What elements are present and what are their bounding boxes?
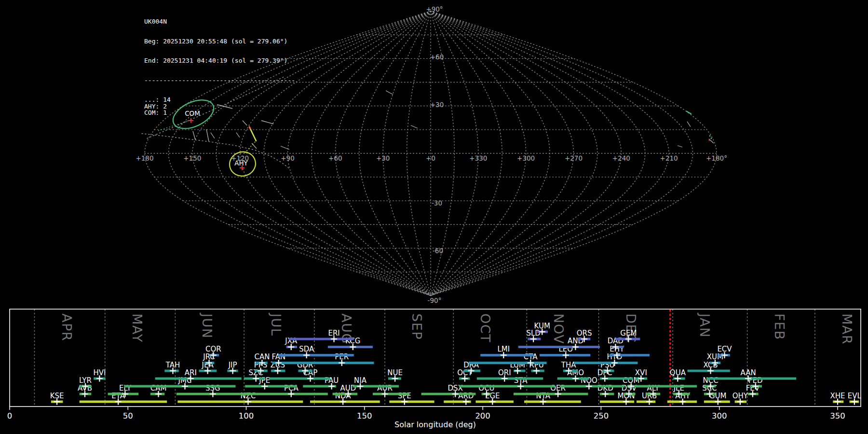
shower-code-label: OER [550, 384, 566, 393]
activity-bar [245, 385, 297, 388]
x-axis-title: Solar longitude (deg) [394, 420, 476, 429]
radiant-label: AHY [234, 159, 248, 167]
month-label: MAR [840, 313, 854, 345]
axis-tick-label: 150 [357, 411, 372, 420]
axis-tick-label: 350 [830, 411, 845, 420]
activity-bar [524, 401, 581, 403]
shower-code-label: ARD [458, 392, 474, 400]
shower-code-label: GEM [620, 329, 637, 338]
lon-label: +30 [376, 154, 390, 162]
lon-label: +180° [706, 154, 727, 162]
shower-code-label: NOO [581, 376, 597, 385]
activity-bar [282, 362, 374, 364]
shower-code-label: XVI [635, 368, 647, 377]
count-line: COM: 1 [144, 109, 295, 116]
shower-code-label: AUR [377, 384, 393, 393]
shower-code-label: AMO [567, 368, 584, 377]
shower-code-label: LMI [497, 345, 510, 353]
month-label: JUN [200, 312, 215, 339]
activity-bar [177, 401, 303, 403]
info-panel: UK004N Beg: 20251230 20:55:48 (sol = 279… [144, 5, 295, 109]
shower-code-label: JPE [258, 376, 270, 385]
meteor-trail [261, 121, 273, 124]
shower-code-label: JIP [228, 361, 237, 369]
shower-xhe: XHE [830, 392, 845, 405]
shower-jip: JIP [227, 361, 238, 374]
shower-code-label: DPC [597, 368, 612, 377]
axis-tick-label: 200 [475, 411, 490, 420]
shower-code-label: STA [514, 376, 528, 385]
shower-code-label: ETA [111, 392, 125, 400]
axis-tick-label: 250 [594, 411, 609, 420]
separator-line: ---------------------------------------- [144, 77, 295, 84]
lon-label: +270 [565, 154, 583, 162]
begin-time: Beg: 20251230 20:55:48 (sol = 279.06°) [144, 38, 295, 45]
shower-code-label: DSV [622, 384, 637, 393]
activity-bar [421, 393, 476, 395]
shower-code-label: HYD [607, 353, 622, 361]
lon-label: +0 [426, 154, 435, 162]
shower-code-label: MON [617, 392, 635, 400]
shower-code-label: ORS [577, 329, 592, 338]
axis-tick-label: 0 [7, 411, 13, 420]
shower-ecv: ECV [717, 345, 732, 358]
meteor-trail [193, 131, 195, 140]
shower-code-label: NIA [354, 376, 367, 385]
shower-code-label: XHE [830, 392, 845, 400]
meridian-line [431, 11, 597, 296]
meteor-trail [281, 146, 289, 149]
activity-bar [518, 346, 600, 348]
activity-bar [124, 385, 236, 388]
month-label: APR [59, 313, 74, 341]
shower-code-label: HVI [93, 368, 106, 377]
shower-kse: KSE [50, 392, 64, 405]
shower-code-label: SDA [299, 345, 314, 353]
shower-code-label: FED [748, 376, 763, 385]
meteor-trail [687, 122, 691, 127]
shower-code-label: EGE [485, 392, 500, 400]
month-label: FEB [772, 313, 787, 340]
shower-code-label: QUA [670, 368, 686, 377]
activity-bar [245, 393, 328, 395]
shower-code-label: CTA [524, 353, 538, 361]
activity-bar [480, 354, 533, 356]
month-label: OCT [478, 313, 493, 343]
shower-code-label: LYR [79, 376, 92, 385]
month-label: NOV [551, 313, 566, 344]
shower-code-label: KUM [534, 322, 550, 330]
count-line: ...: 14 [144, 96, 295, 103]
lon-label: +180 [136, 154, 153, 162]
lon-label: +330 [469, 154, 487, 162]
shower-ege: EGE [475, 392, 513, 405]
end-time: End: 20251231 04:40:19 (sol = 279.39°) [144, 57, 295, 64]
lon-label: +90 [281, 154, 295, 162]
shower-code-label: GUM [709, 392, 727, 400]
shower-code-label: NZC [241, 392, 256, 400]
shower-code-label: JMC [178, 376, 192, 385]
month-label: MAY [130, 313, 145, 343]
activity-bar [469, 362, 547, 364]
shower-code-label: SCC [702, 384, 717, 393]
activity-bar [459, 385, 555, 388]
shower-code-label: AUD [340, 384, 356, 393]
shower-code-label: ARI [185, 368, 197, 377]
activity-bar [560, 385, 625, 388]
lon-label: +300 [517, 154, 535, 162]
meteor-trail [411, 125, 418, 128]
sky-map-and-timeline: +180+150+120+90+60+30+0+330+300+270+240+… [0, 0, 868, 434]
shower-code-label: XUM [707, 353, 723, 361]
meteor-trail [386, 91, 393, 95]
count-line: AHY: 2 [144, 103, 295, 110]
lon-label: +150 [183, 154, 201, 162]
shower-code-label: DSX [448, 384, 463, 393]
shower-code-label: DKD [597, 384, 613, 393]
activity-bar [637, 401, 655, 403]
shower-code-label: PAU [325, 376, 339, 385]
shower-gem: GEM [615, 329, 640, 342]
shower-xvi: XVI [635, 368, 647, 382]
lon-label: +60 [328, 154, 342, 162]
activity-bar [389, 401, 434, 403]
shower-ors: ORS [577, 329, 592, 342]
lat-label: +30 [430, 101, 444, 108]
shower-code-label: ORI [498, 368, 511, 377]
